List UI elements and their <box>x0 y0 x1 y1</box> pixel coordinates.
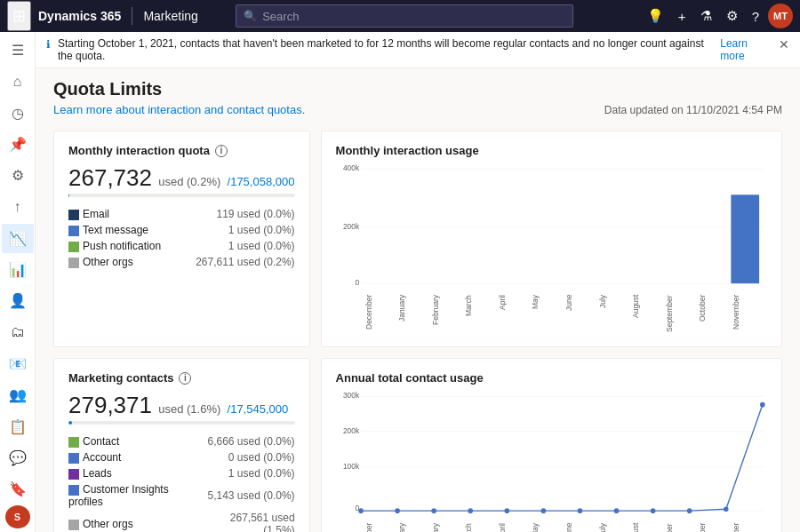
sidebar-item-home[interactable]: ⌂ <box>2 67 34 96</box>
annual-x-label-may: May <box>531 523 540 532</box>
x-label-jul: July <box>598 295 607 339</box>
monthly-quota-title: Monthly interaction quota i <box>68 144 295 157</box>
top-navigation: ⊞ Dynamics 365 Marketing 🔍 💡 + ⚗ ⚙ ? MT <box>0 0 800 32</box>
svg-point-37 <box>760 402 765 408</box>
settings-button[interactable]: ⚙ <box>721 4 743 28</box>
sidebar-item-bookmarks[interactable]: 🔖 <box>2 474 34 504</box>
banner-learn-link[interactable]: Learn more <box>720 37 772 62</box>
legend-row-other-orgs-interaction: Other orgs 267,611 used (0.2%) <box>68 254 295 270</box>
sidebar-user-avatar[interactable]: S <box>5 505 30 528</box>
banner-text: Starting October 1, 2021, contacts that … <box>58 37 713 62</box>
sidebar-item-chat[interactable]: 💬 <box>2 443 34 472</box>
svg-text:400k: 400k <box>343 163 360 172</box>
page-header: Quota Limits Learn more about interactio… <box>36 68 800 120</box>
annual-chart-title: Annual total contact usage <box>336 371 767 385</box>
marketing-contacts-number: 279,371 used (1.6%) /17,545,000 <box>68 392 295 419</box>
annual-chart-x-labels: December January February March April Ma… <box>336 523 767 532</box>
push-color <box>68 242 79 252</box>
cards-area: Monthly interaction quota i 267,732 used… <box>36 120 800 532</box>
legend-row-account: Account 0 used (0.0%) <box>68 449 295 465</box>
sidebar-item-settings[interactable]: ⚙ <box>2 161 34 190</box>
sidebar-item-pinned[interactable]: 📌 <box>2 130 34 159</box>
ci-profiles-color <box>68 485 79 496</box>
legend-row-contact: Contact 6,666 used (0.0%) <box>68 433 295 449</box>
sidebar-item-recent[interactable]: ◷ <box>2 99 34 128</box>
x-label-mar: March <box>464 295 473 339</box>
annual-x-label-jul: July <box>598 523 607 532</box>
user-avatar-button[interactable]: MT <box>768 4 793 28</box>
legend-row-email: Email 119 used (0.0%) <box>68 206 295 222</box>
leads-color <box>68 469 79 480</box>
x-label-sep: September <box>665 295 674 339</box>
other-orgs-contacts-color <box>68 520 79 530</box>
nav-actions: 💡 + ⚗ ⚙ ? MT <box>642 4 793 28</box>
marketing-contacts-legend: Contact 6,666 used (0.0%) Account 0 used… <box>68 433 295 532</box>
annual-x-label-feb: February <box>431 523 440 532</box>
waffle-menu-button[interactable]: ⊞ <box>7 1 31 31</box>
x-label-apr: April <box>498 295 507 339</box>
annual-x-label-oct: October <box>698 523 707 532</box>
quota-learn-link[interactable]: Learn more about interaction and contact… <box>53 103 305 116</box>
x-label-feb: February <box>431 295 440 339</box>
marketing-contacts-progress <box>68 421 295 425</box>
monthly-chart-x-labels: December January February March April Ma… <box>336 295 767 339</box>
svg-point-27 <box>395 509 400 514</box>
monthly-quota-number: 267,732 used (0.2%) /175,058,000 <box>68 164 295 192</box>
monthly-quota-info-icon[interactable]: i <box>215 145 228 157</box>
annual-x-label-jan: January <box>397 523 406 532</box>
sidebar-item-menu[interactable]: ☰ <box>2 36 34 65</box>
x-label-oct: October <box>698 295 707 339</box>
filter-button[interactable]: ⚗ <box>695 4 717 28</box>
svg-point-30 <box>504 509 509 514</box>
sidebar-item-accounts[interactable]: 👥 <box>2 380 34 409</box>
svg-text:300k: 300k <box>343 392 360 401</box>
x-label-aug: August <box>631 295 640 339</box>
data-updated-text: Data updated on 11/10/2021 4:54 PM <box>604 104 782 116</box>
x-label-jan: January <box>397 295 406 339</box>
svg-point-28 <box>431 509 436 514</box>
sidebar-item-emails[interactable]: 📧 <box>2 349 34 378</box>
annual-x-label-jun: June <box>564 523 573 532</box>
legend-row-text: Text message 1 used (0.0%) <box>68 222 295 238</box>
svg-text:200k: 200k <box>343 427 360 436</box>
monthly-chart-svg: 400k 200k 0 <box>336 161 767 293</box>
search-input[interactable] <box>262 10 565 23</box>
legend-row-leads: Leads 1 used (0.0%) <box>68 465 295 481</box>
annual-chart-container: 300k 200k 100k 0 <box>336 388 767 532</box>
svg-point-36 <box>724 507 729 512</box>
nav-separator <box>132 7 132 25</box>
other-orgs-color <box>68 258 79 268</box>
main-content: ℹ Starting October 1, 2021, contacts tha… <box>36 32 800 532</box>
svg-point-26 <box>358 509 364 514</box>
banner-close-button[interactable]: ✕ <box>779 37 789 52</box>
marketing-contacts-title: Marketing contacts i <box>68 371 295 385</box>
search-icon: 🔍 <box>244 10 257 22</box>
svg-point-35 <box>686 509 692 514</box>
sidebar-item-lists[interactable]: 📋 <box>2 411 34 441</box>
sidebar-item-segments[interactable]: 🗂 <box>2 318 34 347</box>
legend-row-ci-profiles: Customer Insights profiles 5,143 used (0… <box>68 481 295 510</box>
annual-chart-svg: 300k 200k 100k 0 <box>336 388 767 520</box>
search-bar[interactable]: 🔍 <box>236 4 573 28</box>
sidebar-item-quota[interactable]: 📉 <box>2 224 34 253</box>
x-label-may: May <box>531 295 540 339</box>
brand-name: Dynamics 365 <box>38 9 121 23</box>
sidebar-item-contacts[interactable]: 👤 <box>2 286 34 315</box>
monthly-quota-progress-fill <box>68 194 69 197</box>
legend-row-push: Push notification 1 used (0.0%) <box>68 238 295 254</box>
help-button[interactable]: ? <box>747 5 764 28</box>
module-name: Marketing <box>143 9 197 23</box>
annual-x-label-apr: April <box>498 523 507 532</box>
annual-x-label-dec: December <box>364 523 373 532</box>
marketing-contacts-info-icon[interactable]: i <box>179 372 191 385</box>
svg-rect-17 <box>731 195 759 283</box>
add-button[interactable]: + <box>673 5 692 28</box>
sidebar-item-upgrade[interactable]: ↑ <box>2 192 34 221</box>
sidebar-item-analytics[interactable]: 📊 <box>2 255 34 284</box>
sidebar: ☰ ⌂ ◷ 📌 ⚙ ↑ 📉 📊 👤 🗂 📧 👥 📋 💬 🔖 S <box>0 32 36 532</box>
svg-point-31 <box>540 509 546 514</box>
x-label-nov: November <box>732 295 740 339</box>
lightbulb-button[interactable]: 💡 <box>642 4 669 28</box>
monthly-quota-legend: Email 119 used (0.0%) Text message 1 use… <box>68 206 295 270</box>
monthly-chart-container: 400k 200k 0 <box>336 161 767 339</box>
